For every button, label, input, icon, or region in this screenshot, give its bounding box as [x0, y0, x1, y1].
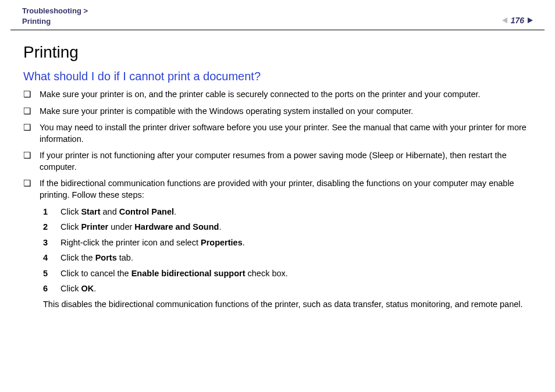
after-steps-note: This disables the bidirectional communic… [43, 299, 534, 311]
page-number-nav: 176 [502, 16, 533, 26]
step-number: 3 [43, 237, 51, 249]
page-number: 176 [510, 16, 525, 25]
bullet-text: You may need to install the printer driv… [40, 122, 534, 145]
bullet-icon: ❏ [23, 178, 31, 201]
breadcrumb-separator: > [83, 6, 88, 15]
bullet-list: ❏ Make sure your printer is on, and the … [23, 89, 534, 201]
section-heading: What should I do if I cannot print a doc… [23, 70, 534, 83]
step-text: Right-click the printer icon and select … [61, 237, 534, 249]
step-text: Click OK. [61, 283, 534, 295]
bullet-icon: ❏ [23, 150, 31, 173]
step-number: 4 [43, 252, 51, 264]
step-number: 2 [43, 222, 51, 233]
steps-list: 1 Click Start and Control Panel. 2 Click… [43, 206, 534, 295]
step-item: 3 Right-click the printer icon and selec… [43, 237, 534, 249]
list-item: ❏ If your printer is not functioning aft… [23, 150, 534, 173]
list-item: ❏ Make sure your printer is on, and the … [23, 89, 534, 101]
step-number: 6 [43, 283, 51, 295]
bullet-text: Make sure your printer is on, and the pr… [40, 89, 534, 101]
prev-page-icon[interactable] [502, 17, 507, 23]
step-item: 5 Click to cancel the Enable bidirection… [43, 268, 534, 280]
next-page-icon[interactable] [528, 17, 533, 23]
list-item: ❏ Make sure your printer is compatible w… [23, 106, 534, 117]
breadcrumb: Troubleshooting > Printing [22, 6, 88, 26]
step-item: 6 Click OK. [43, 283, 534, 295]
step-number: 1 [43, 206, 51, 218]
bullet-icon: ❏ [23, 89, 31, 101]
step-text: Click Printer under Hardware and Sound. [61, 222, 534, 233]
breadcrumb-bottom[interactable]: Printing [22, 17, 51, 26]
bullet-icon: ❏ [23, 106, 31, 117]
step-number: 5 [43, 268, 51, 280]
step-item: 1 Click Start and Control Panel. [43, 206, 534, 218]
bullet-icon: ❏ [23, 122, 31, 145]
step-item: 2 Click Printer under Hardware and Sound… [43, 222, 534, 233]
step-item: 4 Click the Ports tab. [43, 252, 534, 264]
bullet-text: If the bidirectional communication funct… [40, 178, 534, 201]
content-area: Printing What should I do if I cannot pr… [0, 30, 555, 310]
step-text: Click Start and Control Panel. [61, 206, 534, 218]
bullet-text: If your printer is not functioning after… [40, 150, 534, 173]
step-text: Click to cancel the Enable bidirectional… [61, 268, 534, 280]
list-item: ❏ You may need to install the printer dr… [23, 122, 534, 145]
page-title: Printing [23, 43, 534, 62]
step-text: Click the Ports tab. [61, 252, 534, 264]
page-header: Troubleshooting > Printing 176 [0, 0, 555, 30]
page: Troubleshooting > Printing 176 Printing … [0, 0, 555, 392]
breadcrumb-top[interactable]: Troubleshooting [22, 6, 81, 15]
list-item: ❏ If the bidirectional communication fun… [23, 178, 534, 201]
bullet-text: Make sure your printer is compatible wit… [40, 106, 534, 117]
